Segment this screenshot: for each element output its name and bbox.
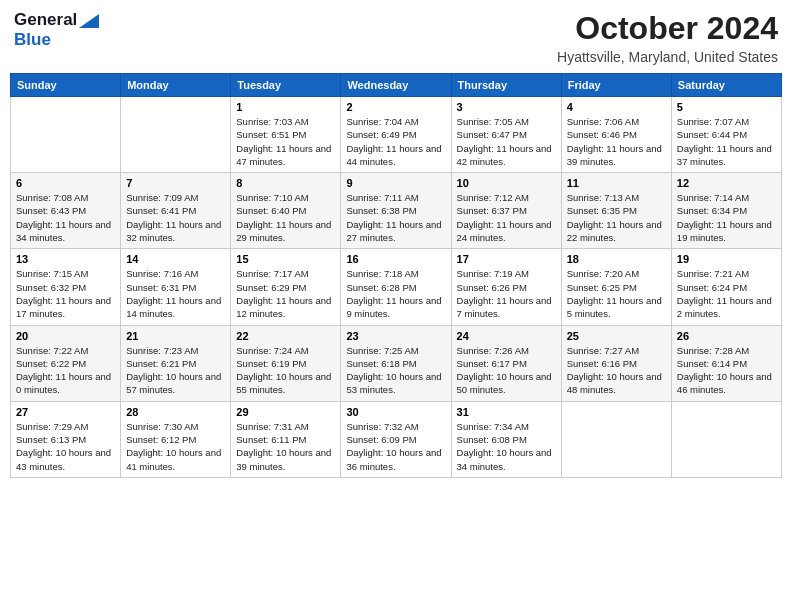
day-number: 15 bbox=[236, 253, 335, 265]
day-info: Sunrise: 7:17 AM Sunset: 6:29 PM Dayligh… bbox=[236, 267, 335, 320]
day-number: 20 bbox=[16, 330, 115, 342]
calendar-cell: 13Sunrise: 7:15 AM Sunset: 6:32 PM Dayli… bbox=[11, 249, 121, 325]
calendar-week-1: 1Sunrise: 7:03 AM Sunset: 6:51 PM Daylig… bbox=[11, 97, 782, 173]
day-number: 18 bbox=[567, 253, 666, 265]
day-info: Sunrise: 7:32 AM Sunset: 6:09 PM Dayligh… bbox=[346, 420, 445, 473]
day-info: Sunrise: 7:08 AM Sunset: 6:43 PM Dayligh… bbox=[16, 191, 115, 244]
day-number: 2 bbox=[346, 101, 445, 113]
day-info: Sunrise: 7:13 AM Sunset: 6:35 PM Dayligh… bbox=[567, 191, 666, 244]
weekday-header-wednesday: Wednesday bbox=[341, 74, 451, 97]
day-number: 5 bbox=[677, 101, 776, 113]
calendar-cell: 24Sunrise: 7:26 AM Sunset: 6:17 PM Dayli… bbox=[451, 325, 561, 401]
weekday-header-thursday: Thursday bbox=[451, 74, 561, 97]
weekday-header-tuesday: Tuesday bbox=[231, 74, 341, 97]
logo: General Blue bbox=[14, 10, 99, 50]
day-number: 16 bbox=[346, 253, 445, 265]
calendar-cell: 29Sunrise: 7:31 AM Sunset: 6:11 PM Dayli… bbox=[231, 401, 341, 477]
weekday-header-monday: Monday bbox=[121, 74, 231, 97]
day-number: 25 bbox=[567, 330, 666, 342]
calendar-cell: 20Sunrise: 7:22 AM Sunset: 6:22 PM Dayli… bbox=[11, 325, 121, 401]
day-number: 19 bbox=[677, 253, 776, 265]
day-number: 27 bbox=[16, 406, 115, 418]
calendar-cell: 1Sunrise: 7:03 AM Sunset: 6:51 PM Daylig… bbox=[231, 97, 341, 173]
day-info: Sunrise: 7:25 AM Sunset: 6:18 PM Dayligh… bbox=[346, 344, 445, 397]
calendar-cell: 4Sunrise: 7:06 AM Sunset: 6:46 PM Daylig… bbox=[561, 97, 671, 173]
location-title: Hyattsville, Maryland, United States bbox=[557, 49, 778, 65]
calendar-cell: 30Sunrise: 7:32 AM Sunset: 6:09 PM Dayli… bbox=[341, 401, 451, 477]
calendar-cell bbox=[121, 97, 231, 173]
calendar-cell: 2Sunrise: 7:04 AM Sunset: 6:49 PM Daylig… bbox=[341, 97, 451, 173]
calendar-week-2: 6Sunrise: 7:08 AM Sunset: 6:43 PM Daylig… bbox=[11, 173, 782, 249]
calendar-week-3: 13Sunrise: 7:15 AM Sunset: 6:32 PM Dayli… bbox=[11, 249, 782, 325]
weekday-header-saturday: Saturday bbox=[671, 74, 781, 97]
day-info: Sunrise: 7:15 AM Sunset: 6:32 PM Dayligh… bbox=[16, 267, 115, 320]
day-number: 4 bbox=[567, 101, 666, 113]
day-number: 3 bbox=[457, 101, 556, 113]
day-info: Sunrise: 7:23 AM Sunset: 6:21 PM Dayligh… bbox=[126, 344, 225, 397]
day-number: 24 bbox=[457, 330, 556, 342]
calendar-cell: 25Sunrise: 7:27 AM Sunset: 6:16 PM Dayli… bbox=[561, 325, 671, 401]
day-number: 12 bbox=[677, 177, 776, 189]
day-number: 23 bbox=[346, 330, 445, 342]
day-number: 11 bbox=[567, 177, 666, 189]
day-info: Sunrise: 7:34 AM Sunset: 6:08 PM Dayligh… bbox=[457, 420, 556, 473]
calendar-cell: 21Sunrise: 7:23 AM Sunset: 6:21 PM Dayli… bbox=[121, 325, 231, 401]
calendar-cell: 23Sunrise: 7:25 AM Sunset: 6:18 PM Dayli… bbox=[341, 325, 451, 401]
calendar-cell: 17Sunrise: 7:19 AM Sunset: 6:26 PM Dayli… bbox=[451, 249, 561, 325]
day-number: 30 bbox=[346, 406, 445, 418]
day-number: 13 bbox=[16, 253, 115, 265]
calendar-cell: 14Sunrise: 7:16 AM Sunset: 6:31 PM Dayli… bbox=[121, 249, 231, 325]
calendar-table: SundayMondayTuesdayWednesdayThursdayFrid… bbox=[10, 73, 782, 478]
weekday-header-friday: Friday bbox=[561, 74, 671, 97]
svg-marker-0 bbox=[79, 14, 99, 28]
weekday-header-sunday: Sunday bbox=[11, 74, 121, 97]
day-number: 22 bbox=[236, 330, 335, 342]
day-info: Sunrise: 7:12 AM Sunset: 6:37 PM Dayligh… bbox=[457, 191, 556, 244]
calendar-cell: 3Sunrise: 7:05 AM Sunset: 6:47 PM Daylig… bbox=[451, 97, 561, 173]
day-number: 17 bbox=[457, 253, 556, 265]
day-number: 21 bbox=[126, 330, 225, 342]
calendar-cell bbox=[561, 401, 671, 477]
calendar-cell: 18Sunrise: 7:20 AM Sunset: 6:25 PM Dayli… bbox=[561, 249, 671, 325]
logo-blue: Blue bbox=[14, 30, 51, 49]
calendar-cell: 15Sunrise: 7:17 AM Sunset: 6:29 PM Dayli… bbox=[231, 249, 341, 325]
weekday-header-row: SundayMondayTuesdayWednesdayThursdayFrid… bbox=[11, 74, 782, 97]
calendar-cell: 8Sunrise: 7:10 AM Sunset: 6:40 PM Daylig… bbox=[231, 173, 341, 249]
month-title: October 2024 bbox=[557, 10, 778, 47]
day-info: Sunrise: 7:03 AM Sunset: 6:51 PM Dayligh… bbox=[236, 115, 335, 168]
day-info: Sunrise: 7:16 AM Sunset: 6:31 PM Dayligh… bbox=[126, 267, 225, 320]
day-info: Sunrise: 7:20 AM Sunset: 6:25 PM Dayligh… bbox=[567, 267, 666, 320]
calendar-week-4: 20Sunrise: 7:22 AM Sunset: 6:22 PM Dayli… bbox=[11, 325, 782, 401]
calendar-cell: 16Sunrise: 7:18 AM Sunset: 6:28 PM Dayli… bbox=[341, 249, 451, 325]
day-number: 29 bbox=[236, 406, 335, 418]
day-info: Sunrise: 7:19 AM Sunset: 6:26 PM Dayligh… bbox=[457, 267, 556, 320]
day-number: 26 bbox=[677, 330, 776, 342]
calendar-cell bbox=[11, 97, 121, 173]
day-info: Sunrise: 7:26 AM Sunset: 6:17 PM Dayligh… bbox=[457, 344, 556, 397]
day-info: Sunrise: 7:21 AM Sunset: 6:24 PM Dayligh… bbox=[677, 267, 776, 320]
day-info: Sunrise: 7:05 AM Sunset: 6:47 PM Dayligh… bbox=[457, 115, 556, 168]
day-info: Sunrise: 7:10 AM Sunset: 6:40 PM Dayligh… bbox=[236, 191, 335, 244]
calendar-cell: 5Sunrise: 7:07 AM Sunset: 6:44 PM Daylig… bbox=[671, 97, 781, 173]
day-number: 31 bbox=[457, 406, 556, 418]
logo-icon bbox=[79, 14, 99, 28]
day-number: 7 bbox=[126, 177, 225, 189]
title-section: October 2024 Hyattsville, Maryland, Unit… bbox=[557, 10, 778, 65]
calendar-cell: 31Sunrise: 7:34 AM Sunset: 6:08 PM Dayli… bbox=[451, 401, 561, 477]
logo-general: General bbox=[14, 10, 77, 30]
day-number: 1 bbox=[236, 101, 335, 113]
day-number: 8 bbox=[236, 177, 335, 189]
day-number: 9 bbox=[346, 177, 445, 189]
calendar-cell bbox=[671, 401, 781, 477]
day-info: Sunrise: 7:24 AM Sunset: 6:19 PM Dayligh… bbox=[236, 344, 335, 397]
day-info: Sunrise: 7:07 AM Sunset: 6:44 PM Dayligh… bbox=[677, 115, 776, 168]
calendar-cell: 28Sunrise: 7:30 AM Sunset: 6:12 PM Dayli… bbox=[121, 401, 231, 477]
calendar-cell: 22Sunrise: 7:24 AM Sunset: 6:19 PM Dayli… bbox=[231, 325, 341, 401]
calendar-cell: 7Sunrise: 7:09 AM Sunset: 6:41 PM Daylig… bbox=[121, 173, 231, 249]
day-info: Sunrise: 7:22 AM Sunset: 6:22 PM Dayligh… bbox=[16, 344, 115, 397]
day-number: 28 bbox=[126, 406, 225, 418]
calendar-cell: 10Sunrise: 7:12 AM Sunset: 6:37 PM Dayli… bbox=[451, 173, 561, 249]
calendar-cell: 26Sunrise: 7:28 AM Sunset: 6:14 PM Dayli… bbox=[671, 325, 781, 401]
calendar-cell: 11Sunrise: 7:13 AM Sunset: 6:35 PM Dayli… bbox=[561, 173, 671, 249]
day-number: 6 bbox=[16, 177, 115, 189]
